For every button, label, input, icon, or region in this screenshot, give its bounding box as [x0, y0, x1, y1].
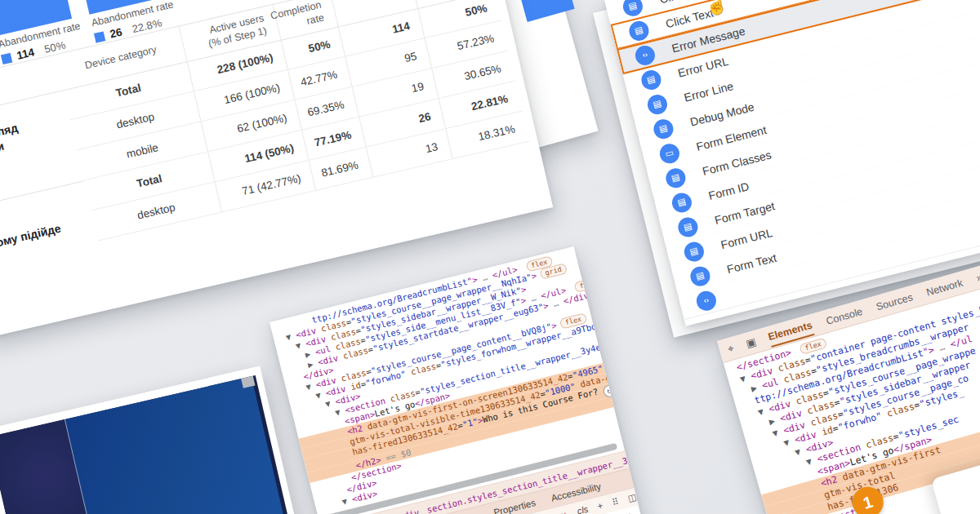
variable-icon: ▤ [664, 166, 688, 189]
variable-icon: ▤ [652, 117, 675, 140]
legend-square-icon [1, 52, 12, 64]
devtools-tab[interactable]: Network [924, 273, 964, 301]
step-label-2: 2. Кому підійде [0, 214, 95, 255]
devtools-tab[interactable]: Console [824, 302, 865, 330]
devtools-panel-center: ttp://schema.org/BreadcrumbList"> … </ul… [270, 246, 657, 514]
site-page-card: February [0, 366, 301, 514]
hov-toggle[interactable]: :hov [548, 510, 567, 514]
funnel-bar [517, 0, 574, 22]
devtools-tab[interactable]: » [974, 268, 980, 286]
divider [0, 180, 84, 209]
hand-cursor-icon: ☝ [704, 0, 729, 18]
variable-icon: ▤ [670, 190, 693, 214]
site-blue-column [65, 376, 290, 514]
variable-icon: ▤ [639, 68, 663, 91]
variable-icon: ▭ [657, 141, 681, 165]
variable-icon: ▤ [688, 264, 712, 288]
breadcrumb-item[interactable]: div [403, 507, 420, 514]
devtools-tab[interactable]: Sources [874, 288, 915, 316]
device-toolbar-icon[interactable]: ▣ [745, 335, 758, 350]
grid-options-icon[interactable]: ⠿ [611, 496, 620, 508]
variable-icon: ‹› [633, 43, 657, 67]
breadcrumb-item[interactable]: h2 [654, 445, 657, 459]
variable-icon: ▤ [676, 215, 700, 238]
variable-icon: ▤ [645, 92, 669, 116]
variable-icon: ▤ [627, 19, 651, 42]
variable-icon: ▤ [621, 0, 644, 18]
inspect-element-icon[interactable]: ⌖ [726, 342, 735, 356]
variable-label: Form ID [707, 179, 751, 202]
step-label-1: 1. Переглядсторінки [0, 109, 74, 164]
cls-toggle[interactable]: .cls [573, 504, 589, 514]
variable-icon: ‹› [694, 289, 718, 312]
new-rule-button[interactable]: + [596, 500, 604, 511]
legend-square-icon [94, 31, 105, 42]
variable-icon: ▤ [682, 240, 706, 264]
computed-panel-icon[interactable]: ◫ [626, 491, 637, 503]
sidebar-tab[interactable]: Properties [492, 498, 537, 514]
site-hero-section: February [0, 375, 294, 514]
